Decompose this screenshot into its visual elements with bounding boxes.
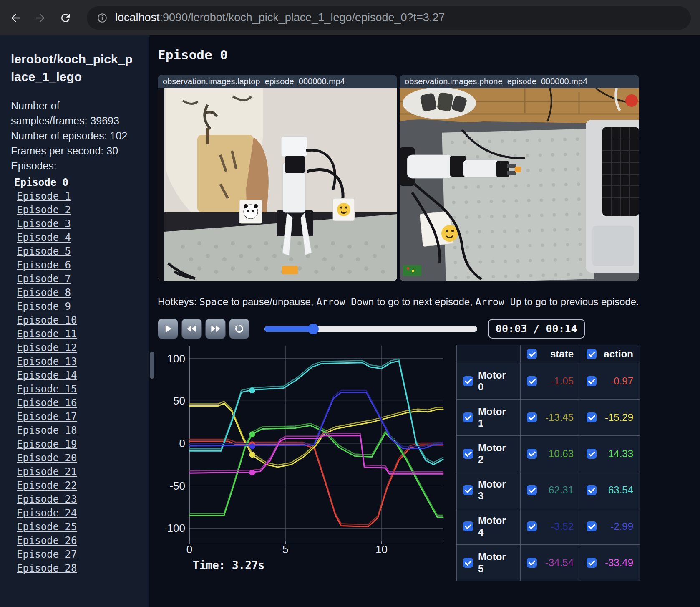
video-laptop-frame[interactable] bbox=[158, 88, 397, 281]
motor-5-action-checkbox[interactable] bbox=[587, 558, 597, 568]
motor-4-action-checkbox[interactable] bbox=[587, 521, 597, 531]
fast-forward-icon bbox=[210, 323, 221, 334]
sidebar-scrollbar-thumb[interactable] bbox=[150, 352, 154, 379]
url-bar[interactable]: localhost:9090/lerobot/koch_pick_place_1… bbox=[87, 6, 691, 30]
svg-text:50: 50 bbox=[173, 395, 185, 407]
motor-4-checkbox[interactable] bbox=[463, 521, 473, 531]
episode-link-8[interactable]: Episode 8 bbox=[17, 286, 149, 300]
episode-link-6[interactable]: Episode 6 bbox=[17, 258, 149, 272]
video-phone-title: observation.images.phone_episode_000000.… bbox=[400, 75, 639, 88]
dataset-stats: Number of samples/frames: 39693 Number o… bbox=[11, 98, 136, 173]
motor-action-value: -33.49 bbox=[597, 557, 633, 569]
play-button[interactable] bbox=[158, 319, 178, 339]
episode-link-27[interactable]: Episode 27 bbox=[17, 548, 149, 561]
motor-0-state-checkbox[interactable] bbox=[527, 376, 537, 386]
motor-action-value: -15.29 bbox=[597, 412, 633, 423]
motor-0-checkbox[interactable] bbox=[463, 376, 473, 386]
motor-5-checkbox[interactable] bbox=[463, 558, 473, 568]
episode-link-24[interactable]: Episode 24 bbox=[17, 506, 149, 520]
table-row: Motor 5-34.54-33.49 bbox=[457, 545, 640, 581]
loop-button[interactable] bbox=[229, 319, 249, 339]
episode-link-26[interactable]: Episode 26 bbox=[17, 534, 149, 548]
motor-0-action-checkbox[interactable] bbox=[587, 376, 597, 386]
episode-link-9[interactable]: Episode 9 bbox=[17, 300, 149, 314]
episode-link-22[interactable]: Episode 22 bbox=[17, 479, 149, 493]
table-row: Motor 362.3163.54 bbox=[457, 472, 640, 508]
motor-1-state-checkbox[interactable] bbox=[527, 412, 537, 422]
table-row: Motor 0-1.05-0.97 bbox=[457, 363, 640, 400]
episode-link-19[interactable]: Episode 19 bbox=[17, 438, 149, 451]
motor-1-checkbox[interactable] bbox=[463, 412, 473, 422]
motor-table: stateactionMotor 0-1.05-0.97Motor 1-13.4… bbox=[456, 345, 640, 581]
url-path: :9090/lerobot/koch_pick_place_1_lego/epi… bbox=[160, 11, 445, 24]
motor-2-checkbox[interactable] bbox=[463, 449, 473, 459]
back-button[interactable] bbox=[6, 8, 25, 28]
phone-camera-scene bbox=[400, 88, 639, 281]
motor-chart[interactable]: 100500-50-1000510 Time: 3.27s bbox=[158, 345, 450, 581]
motor-state-value: -34.54 bbox=[537, 557, 574, 569]
episode-link-5[interactable]: Episode 5 bbox=[17, 245, 149, 258]
episode-link-7[interactable]: Episode 7 bbox=[17, 272, 149, 286]
forward-button[interactable] bbox=[31, 8, 50, 28]
fast-forward-button[interactable] bbox=[205, 319, 226, 339]
sidebar: lerobot/koch_pick_place_1_lego Number of… bbox=[0, 35, 149, 607]
action-header: action bbox=[597, 348, 633, 360]
motor-3-state-checkbox[interactable] bbox=[527, 485, 537, 495]
episode-link-3[interactable]: Episode 3 bbox=[17, 217, 149, 231]
video-phone[interactable]: observation.images.phone_episode_000000.… bbox=[400, 75, 639, 281]
episode-link-25[interactable]: Episode 25 bbox=[17, 520, 149, 534]
table-row: Motor 1-13.45-15.29 bbox=[457, 400, 640, 436]
motor-state-value: -3.52 bbox=[537, 521, 574, 532]
motor-action-value: 14.33 bbox=[597, 448, 633, 460]
episode-link-21[interactable]: Episode 21 bbox=[17, 465, 149, 479]
episode-link-1[interactable]: Episode 1 bbox=[17, 190, 149, 203]
episode-link-14[interactable]: Episode 14 bbox=[17, 369, 149, 382]
episode-link-16[interactable]: Episode 16 bbox=[17, 396, 149, 410]
seek-slider[interactable] bbox=[264, 326, 477, 332]
seek-slider-thumb[interactable] bbox=[308, 324, 319, 334]
videos-row: observation.images.laptop_episode_000000… bbox=[158, 75, 700, 281]
rewind-button[interactable] bbox=[181, 319, 202, 339]
chart-canvas[interactable]: 100500-50-1000510 bbox=[158, 345, 450, 557]
episode-link-18[interactable]: Episode 18 bbox=[17, 424, 149, 438]
episode-link-13[interactable]: Episode 13 bbox=[17, 355, 149, 369]
video-phone-frame[interactable] bbox=[400, 88, 639, 281]
motor-3-action-checkbox[interactable] bbox=[587, 485, 597, 495]
episode-link-11[interactable]: Episode 11 bbox=[17, 327, 149, 341]
motor-2-state-checkbox[interactable] bbox=[527, 449, 537, 459]
episode-link-20[interactable]: Episode 20 bbox=[17, 451, 149, 465]
motor-1-action-checkbox[interactable] bbox=[587, 412, 597, 422]
episode-link-12[interactable]: Episode 12 bbox=[17, 341, 149, 355]
motor-2-action-checkbox[interactable] bbox=[587, 449, 597, 459]
state-column-checkbox[interactable] bbox=[527, 349, 537, 359]
episode-link-15[interactable]: Episode 15 bbox=[17, 382, 149, 396]
motor-action-value: 63.54 bbox=[597, 484, 633, 496]
table-header-row: stateaction bbox=[457, 345, 640, 363]
time-display: 00:03 / 00:14 bbox=[488, 319, 585, 339]
episode-link-23[interactable]: Episode 23 bbox=[17, 493, 149, 506]
episode-link-4[interactable]: Episode 4 bbox=[17, 231, 149, 245]
motor-name: Motor 4 bbox=[478, 515, 514, 538]
video-laptop[interactable]: observation.images.laptop_episode_000000… bbox=[158, 75, 397, 281]
episode-link-10[interactable]: Episode 10 bbox=[17, 314, 149, 327]
episodes-heading: Episodes: bbox=[11, 158, 136, 173]
motor-4-state-checkbox[interactable] bbox=[527, 521, 537, 531]
svg-text:0: 0 bbox=[186, 543, 192, 556]
episode-link-2[interactable]: Episode 2 bbox=[17, 203, 149, 217]
episode-link-0[interactable]: Episode 0 bbox=[14, 176, 149, 190]
site-info-icon[interactable] bbox=[97, 13, 108, 23]
motor-3-checkbox[interactable] bbox=[463, 485, 473, 495]
stat-fps: Frames per second: 30 bbox=[11, 143, 136, 158]
motor-state-value: 10.63 bbox=[537, 448, 574, 460]
browser-toolbar: localhost:9090/lerobot/koch_pick_place_1… bbox=[0, 0, 700, 35]
reload-button[interactable] bbox=[56, 8, 75, 28]
state-header: state bbox=[537, 348, 574, 360]
svg-text:5: 5 bbox=[282, 543, 288, 556]
motor-state-value: -13.45 bbox=[537, 412, 574, 423]
episode-link-28[interactable]: Episode 28 bbox=[17, 561, 149, 575]
action-column-checkbox[interactable] bbox=[587, 349, 597, 359]
motor-state-value: 62.31 bbox=[537, 484, 574, 496]
motor-5-state-checkbox[interactable] bbox=[527, 558, 537, 568]
episode-link-17[interactable]: Episode 17 bbox=[17, 410, 149, 424]
motor-name: Motor 5 bbox=[478, 551, 514, 574]
